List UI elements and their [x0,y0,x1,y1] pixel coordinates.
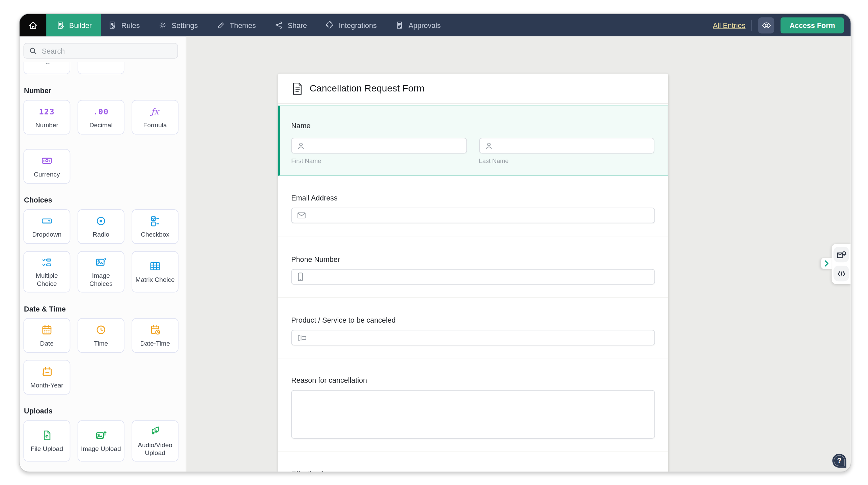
product-service-input[interactable] [291,330,655,345]
field-product-service[interactable]: Product / Service to be canceled [278,298,668,358]
tab-rules[interactable]: Rules [108,14,140,36]
field-type-image-choices[interactable]: Image Choices [78,251,124,292]
app-window: Builder Rules [19,14,851,472]
dropdown-icon [41,215,53,227]
field-type-decimal[interactable]: .00 Decimal [78,100,124,135]
field-email[interactable]: Email Address [278,176,668,237]
field-effective-from[interactable]: Effective from [278,452,668,472]
email-notification-button[interactable] [833,247,849,262]
formula-fx-icon: ƒx [151,105,159,117]
tab-themes[interactable]: Themes [216,14,256,36]
field-type-label: Date-Time [140,339,170,347]
section-heading-number: Number [24,86,178,95]
collapse-panel-button[interactable] [821,258,832,269]
field-type-formula[interactable]: ƒx Formula [132,100,178,135]
field-reason[interactable]: Reason for cancellation [278,358,668,452]
field-type-image-upload[interactable]: Image Upload [78,420,124,461]
form-canvas: Cancellation Request Form Name [186,36,850,472]
field-type-month-year[interactable]: Month-Year [23,360,70,395]
field-type-label: Currency [34,170,60,178]
field-type-label: Number [35,121,58,129]
field-type-radio[interactable]: Radio [78,209,124,244]
tab-label: Integrations [339,21,376,29]
question-mark-label: ? [837,457,841,465]
tab-label: Builder [69,21,92,29]
search-box[interactable] [23,43,178,58]
field-type-datetime[interactable]: Date-Time [132,318,178,353]
field-type-date[interactable]: Date [23,318,70,353]
field-label: Effective from [291,470,655,472]
navbar-divider [752,20,752,30]
field-type-label: Decimal [89,121,113,129]
reason-textarea[interactable] [291,390,655,439]
tab-approvals[interactable]: Approvals [395,14,441,36]
field-type-label: Image Upload [81,445,121,453]
clock-icon [95,324,107,336]
field-type-multiple-choice[interactable]: Multiple Choice [23,251,70,292]
rules-icon [108,19,117,31]
home-icon [28,19,38,31]
phone-input[interactable] [291,269,655,285]
last-name-sublabel: Last Name [479,157,654,164]
field-phone[interactable]: Phone Number [278,237,668,298]
envelope-icon [297,209,306,221]
share-icon [274,19,283,31]
field-type-time[interactable]: Time [78,318,124,353]
first-name-input[interactable] [291,138,467,153]
field-type-matrix-choice[interactable]: Matrix Choice [132,251,178,292]
form-header[interactable]: Cancellation Request Form [278,74,668,104]
email-input[interactable] [291,208,655,223]
field-type-label: Dropdown [32,231,62,239]
flyout-panel [832,244,851,284]
eye-icon [761,19,772,31]
field-type-currency[interactable]: Currency [23,149,70,184]
tab-share[interactable]: Share [274,14,307,36]
gear-icon [158,19,167,31]
clipped-card[interactable] [23,62,70,74]
form-title: Cancellation Request Form [310,83,425,94]
embed-code-button[interactable] [833,266,849,281]
section-uploads: File Upload Image Upload [23,420,178,461]
builder-icon [56,19,64,31]
field-name[interactable]: Name First Name [278,106,668,176]
field-type-checkbox[interactable]: Checkbox [132,209,178,244]
chevron-right-icon [824,257,829,269]
right-flyout [832,244,851,284]
field-type-file-upload[interactable]: File Upload [23,420,70,461]
short-text-cursor-icon [297,331,307,344]
last-name-input[interactable] [479,138,654,153]
field-type-label: Multiple Choice [26,272,68,288]
field-type-label: Date [40,339,54,347]
field-type-dropdown[interactable]: Dropdown [23,209,70,244]
field-type-label: Checkbox [141,231,169,239]
preview-form-button[interactable] [758,17,775,33]
field-type-label: Time [94,339,108,347]
section-heading-choices: Choices [24,196,178,204]
tab-settings[interactable]: Settings [158,14,198,36]
clipped-card[interactable] [78,62,124,74]
all-entries-link[interactable]: All Entries [713,21,746,29]
section-datetime: Date Time [23,318,178,395]
field-type-audio-video-upload[interactable]: Audio/Video Upload [132,420,178,461]
mobile-phone-icon [297,271,303,283]
section-heading-datetime: Date & Time [24,305,178,313]
field-type-label: Image Choices [80,272,122,288]
field-label: Email Address [291,194,655,203]
search-input[interactable] [41,46,172,55]
image-upload-icon [95,429,107,441]
calendar-icon [41,324,53,336]
access-form-button[interactable]: Access Form [781,17,844,33]
tab-label: Rules [121,21,140,29]
field-type-number[interactable]: 123 Number [23,100,70,135]
screen: Builder Rules [0,0,868,485]
help-button[interactable]: ? [832,454,846,467]
field-label: Product / Service to be canceled [291,316,655,325]
section-heading-uploads: Uploads [24,407,178,415]
field-elements-sidebar: Number 123 Number .00 Decimal ƒx Formula [20,36,186,472]
tab-builder[interactable]: Builder [46,14,101,36]
field-label: Reason for cancellation [291,376,655,385]
person-icon [297,139,304,152]
tab-integrations[interactable]: Integrations [326,14,377,36]
code-icon [837,267,845,279]
home-button[interactable] [20,14,46,36]
